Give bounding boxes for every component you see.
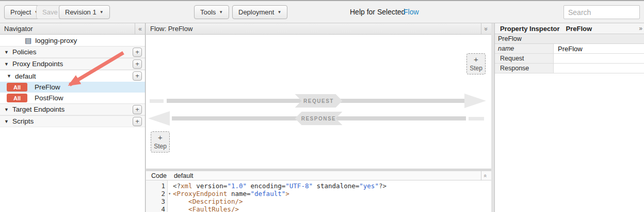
proxy-name-label: logging-proxy	[35, 37, 77, 44]
postflow-label: PostFlow	[35, 94, 63, 102]
flow-panel-title: Flow: PreFlow	[150, 25, 192, 33]
add-proxy-endpoint-button[interactable]: +	[133, 59, 142, 69]
line-number-gutter: 12▾34	[146, 180, 168, 212]
deployment-menu-label: Deployment	[238, 8, 274, 16]
line-number: 1	[146, 182, 167, 190]
property-group-label: PreFlow	[498, 35, 522, 42]
navigator-title: Navigator	[4, 25, 33, 33]
collapse-down-icon[interactable]: «	[481, 171, 490, 180]
target-endpoints-label: Target Endpoints	[12, 105, 65, 113]
property-inspector-subtitle: PreFlow	[566, 25, 592, 33]
code-line: <FaultRules/>	[173, 205, 491, 212]
request-flow-label[interactable]: REQUEST	[295, 94, 343, 108]
collapse-panel-icon[interactable]: «	[135, 23, 145, 35]
property-value-input[interactable]: PreFlow	[554, 44, 644, 53]
property-label: Response	[495, 64, 554, 73]
project-menu-label: Project	[10, 8, 31, 16]
flow-canvas: + Step REQUEST RESPONSE + Step	[146, 35, 491, 169]
code-editor[interactable]: 12▾34 <?xml version="1.0" encoding="UTF-…	[146, 180, 491, 212]
all-badge: All	[7, 94, 27, 102]
property-inspector-title: Property Inspector	[500, 25, 560, 33]
add-step-label: Step	[154, 143, 167, 150]
property-inspector-panel: Property Inspector PreFlow » PreFlow nam…	[494, 23, 644, 212]
code-line: <ProxyEndpoint name="default">	[173, 190, 491, 198]
all-badge: All	[7, 83, 27, 92]
preflow-label: PreFlow	[35, 83, 60, 91]
response-label-text: RESPONSE	[301, 116, 336, 122]
add-step-button[interactable]: + Step	[466, 53, 486, 74]
navigator-panel: Navigator « ▤ logging-proxy ▼ Policies +…	[0, 23, 146, 212]
response-flow-label[interactable]: RESPONSE	[295, 112, 343, 125]
nav-section-scripts[interactable]: ▼ Scripts +	[0, 115, 145, 127]
nav-item-default-endpoint[interactable]: ▼ default +	[0, 70, 145, 82]
plus-icon: +	[474, 56, 478, 63]
line-number: 3	[146, 198, 167, 205]
help-for-selected-text: Help for Selected	[350, 8, 405, 16]
add-script-button[interactable]: +	[133, 117, 142, 126]
fold-marker-icon[interactable]: ▾	[168, 190, 171, 198]
collapse-up-icon[interactable]: »	[481, 23, 491, 35]
revision-menu-button[interactable]: Revision 1 ▼	[59, 5, 110, 19]
nav-item-proxy[interactable]: ▤ logging-proxy	[0, 35, 145, 46]
property-row-response: Response	[495, 64, 644, 73]
proxy-document-icon: ▤	[25, 37, 31, 44]
nav-section-proxy-endpoints[interactable]: ▼ Proxy Endpoints +	[0, 58, 145, 70]
property-label: Request	[495, 54, 554, 63]
nav-item-postflow[interactable]: All PostFlow	[0, 93, 145, 103]
code-line: <Description/>	[173, 198, 491, 205]
expand-panel-icon[interactable]: »	[639, 25, 642, 32]
flow-panel-header: Flow: PreFlow »	[146, 23, 491, 35]
request-label-text: REQUEST	[303, 98, 334, 104]
response-arrowhead-icon	[148, 111, 170, 126]
save-button-label: Save	[42, 8, 58, 16]
code-panel-header: Code default «	[146, 171, 491, 180]
nav-item-preflow[interactable]: All PreFlow	[0, 82, 145, 93]
property-value-input[interactable]	[554, 54, 644, 63]
tools-menu-button[interactable]: Tools ▼	[194, 5, 229, 19]
chevron-down-icon: ▼	[277, 10, 281, 14]
response-line-stub	[469, 117, 484, 120]
add-flow-button[interactable]: +	[133, 71, 142, 81]
property-value-input[interactable]	[554, 64, 644, 73]
property-label: name	[495, 44, 554, 53]
nav-section-target-endpoints[interactable]: ▼ Target Endpoints +	[0, 103, 145, 115]
code-content[interactable]: <?xml version="1.0" encoding="UTF-8" sta…	[168, 180, 491, 212]
add-step-button[interactable]: + Step	[151, 131, 170, 153]
add-step-label: Step	[470, 65, 482, 72]
code-panel: Code default « 12▾34 <?xml version="1.0"…	[146, 171, 491, 212]
flow-panel: Flow: PreFlow » + Step REQUEST RESPONSE …	[146, 23, 491, 169]
nav-section-policies[interactable]: ▼ Policies +	[0, 46, 145, 58]
proxy-endpoints-label: Proxy Endpoints	[12, 60, 63, 68]
plus-icon: +	[158, 134, 163, 141]
code-line: <?xml version="1.0" encoding="UTF-8" sta…	[173, 182, 491, 190]
revision-menu-label: Revision 1	[65, 8, 96, 16]
chevron-expanded-icon[interactable]: ▼	[4, 119, 9, 124]
add-target-endpoint-button[interactable]: +	[133, 105, 142, 114]
navigator-header: Navigator «	[0, 23, 145, 35]
chevron-expanded-icon[interactable]: ▼	[4, 50, 9, 55]
default-endpoint-label: default	[15, 72, 36, 80]
code-panel-title: Code	[151, 172, 167, 179]
property-row-name: name PreFlow	[495, 44, 644, 54]
line-number: 4	[146, 205, 167, 212]
line-number: 2▾	[146, 190, 167, 198]
add-policy-button[interactable]: +	[133, 48, 142, 57]
request-arrowhead-icon	[464, 94, 486, 108]
help-flow-link[interactable]: Flow	[404, 8, 419, 16]
chevron-expanded-icon[interactable]: ▼	[4, 62, 9, 67]
property-row-request: Request	[495, 54, 644, 64]
deployment-menu-button[interactable]: Deployment ▼	[232, 5, 287, 19]
tools-menu-label: Tools	[200, 8, 216, 16]
code-panel-subtitle: default	[174, 172, 194, 179]
top-toolbar: Project ▼ Save Revision 1 ▼ Tools ▼ Depl…	[0, 0, 644, 23]
scripts-label: Scripts	[12, 117, 34, 125]
search-input[interactable]	[564, 5, 640, 19]
property-group-header: PreFlow	[495, 34, 644, 44]
chevron-expanded-icon[interactable]: ▼	[4, 107, 9, 112]
property-inspector-header: Property Inspector PreFlow »	[495, 23, 644, 34]
chevron-expanded-icon[interactable]: ▼	[7, 73, 11, 79]
chevron-down-icon: ▼	[100, 10, 104, 14]
policies-label: Policies	[12, 48, 37, 56]
request-line-stub	[150, 99, 164, 103]
chevron-down-icon: ▼	[219, 10, 223, 14]
